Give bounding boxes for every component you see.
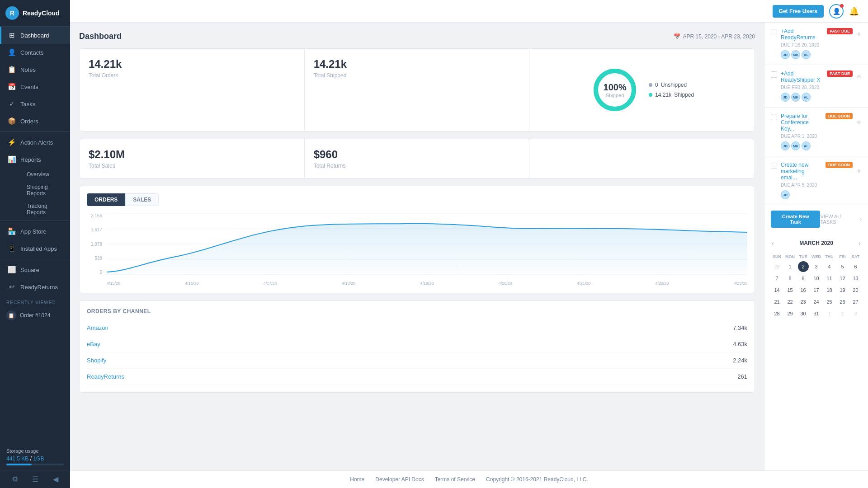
storage-bar-fill <box>6 464 32 465</box>
cal-day[interactable]: 9 <box>798 273 809 284</box>
cal-day[interactable]: 1 <box>824 308 835 319</box>
app-logo[interactable]: R ReadyCloud <box>0 0 70 27</box>
cal-day[interactable]: 5 <box>837 261 848 272</box>
cal-day[interactable]: 26 <box>837 296 848 307</box>
sidebar-item-action-alerts[interactable]: ⚡ Action Alerts <box>0 134 70 151</box>
cal-day[interactable]: 28 <box>772 261 783 272</box>
sidebar-item-notes[interactable]: 📋 Notes <box>0 61 70 78</box>
cal-day[interactable]: 12 <box>837 273 848 284</box>
cal-day[interactable]: 10 <box>811 273 822 284</box>
task-1-eye-icon[interactable]: 👁 <box>856 31 862 38</box>
date-range-text: APR 15, 2020 - APR 23, 2020 <box>683 33 755 40</box>
chart-yaxis: 2,156 1,617 1,078 539 0 <box>87 213 105 275</box>
donut-chart: 100% Shipped <box>590 65 640 115</box>
cal-day[interactable]: 13 <box>850 273 861 284</box>
sidebar-item-label: Contacts <box>20 49 43 56</box>
tab-sales[interactable]: SALES <box>125 193 159 206</box>
avatar: AL <box>802 50 811 59</box>
unshipped-dot <box>649 83 652 87</box>
settings-icon[interactable]: ⚙ <box>12 475 18 483</box>
recent-item[interactable]: 📋 Order #1024 <box>6 309 64 322</box>
sidebar-bottom-icons: ⚙ ☰ ◀ <box>0 470 70 488</box>
calendar-prev-button[interactable]: ‹ <box>771 239 775 248</box>
task-4-checkbox[interactable] <box>771 163 777 169</box>
cal-day-today[interactable]: 2 <box>798 261 809 272</box>
task-3-checkbox[interactable] <box>771 114 777 120</box>
footer-dev-api-link[interactable]: Developer API Docs <box>375 476 424 483</box>
calendar-next-button[interactable]: › <box>858 239 862 248</box>
cal-day[interactable]: 19 <box>837 285 848 296</box>
sidebar-item-app-store[interactable]: 🏪 App Store <box>0 223 70 240</box>
cal-day[interactable]: 6 <box>850 261 861 272</box>
menu-icon[interactable]: ☰ <box>32 475 38 483</box>
sidebar-item-contacts[interactable]: 👤 Contacts <box>0 44 70 61</box>
cal-day[interactable]: 3 <box>811 261 822 272</box>
sidebar-item-orders[interactable]: 📦 Orders <box>0 113 70 130</box>
channel-name-shopify[interactable]: Shopify <box>87 357 106 364</box>
cal-day[interactable]: 22 <box>785 296 796 307</box>
cal-day[interactable]: 17 <box>811 285 822 296</box>
task-3-due: DUE APR 1, 2020 <box>781 134 862 139</box>
task-2-name[interactable]: +Add ReadyShipper X <box>781 70 823 83</box>
chart-area <box>107 213 747 275</box>
task-1-header: +Add ReadyReturns PAST DUE 👁 <box>771 28 862 41</box>
cal-day[interactable]: 27 <box>850 296 861 307</box>
task-3-name[interactable]: Prepare for Conference Key... <box>781 113 822 132</box>
cal-day[interactable]: 31 <box>811 308 822 319</box>
sidebar-item-tracking-reports[interactable]: Tracking Reports <box>19 200 70 219</box>
sidebar-item-square[interactable]: ⬜ Square <box>0 261 70 278</box>
sidebar-item-readyreturns[interactable]: ↩ ReadyReturns <box>0 278 70 296</box>
cal-day[interactable]: 24 <box>811 296 822 307</box>
cal-day[interactable]: 2 <box>837 308 848 319</box>
collapse-icon[interactable]: ◀ <box>53 475 58 483</box>
sidebar-item-events[interactable]: 📅 Events <box>0 78 70 95</box>
sidebar-item-reports[interactable]: 📊 Reports <box>0 151 70 168</box>
calendar-section: ‹ MARCH 2020 › SUN MON TUE WED THU FRI S… <box>764 233 868 324</box>
cal-day[interactable]: 28 <box>772 308 783 319</box>
cal-day[interactable]: 11 <box>824 273 835 284</box>
cal-day[interactable]: 25 <box>824 296 835 307</box>
channel-name-amazon[interactable]: Amazon <box>87 324 108 331</box>
get-free-users-button[interactable]: Get Free Users <box>773 5 824 18</box>
create-new-task-button[interactable]: Create New Task <box>771 211 820 228</box>
cal-day[interactable]: 15 <box>785 285 796 296</box>
user-menu-button[interactable]: 👤 <box>829 4 844 19</box>
footer-tos-link[interactable]: Terms of Service <box>435 476 475 483</box>
footer-home-link[interactable]: Home <box>350 476 364 483</box>
task-2-checkbox[interactable] <box>771 71 777 78</box>
task-3-eye-icon[interactable]: 👁 <box>856 119 862 126</box>
cal-day[interactable]: 30 <box>798 308 809 319</box>
cal-day[interactable]: 23 <box>798 296 809 307</box>
sidebar-item-overview[interactable]: Overview <box>19 168 70 181</box>
cal-day[interactable]: 21 <box>772 296 783 307</box>
task-1-name[interactable]: +Add ReadyReturns <box>781 28 823 41</box>
cal-day[interactable]: 4 <box>824 261 835 272</box>
cal-day[interactable]: 20 <box>850 285 861 296</box>
channel-name-ebay[interactable]: eBay <box>87 341 100 347</box>
day-header-thu: THU <box>823 253 835 260</box>
cal-day[interactable]: 7 <box>772 273 783 284</box>
cal-day[interactable]: 1 <box>785 261 796 272</box>
task-3-badge: DUE SOON <box>826 113 853 119</box>
cal-day[interactable]: 16 <box>798 285 809 296</box>
cal-day[interactable]: 29 <box>785 308 796 319</box>
task-2-eye-icon[interactable]: 👁 <box>856 74 862 80</box>
sidebar-item-installed-apps[interactable]: 📱 Installed Apps <box>0 240 70 257</box>
sidebar-item-tasks[interactable]: ✓ Tasks <box>0 95 70 113</box>
cal-day[interactable]: 8 <box>785 273 796 284</box>
channel-name-readyreturns[interactable]: ReadyReturns <box>87 373 124 380</box>
avatar: JD <box>781 190 790 199</box>
sidebar-item-dashboard[interactable]: ⊞ Dashboard <box>0 27 70 44</box>
cal-day[interactable]: 18 <box>824 285 835 296</box>
notification-bell-icon[interactable]: 🔔 <box>849 6 859 16</box>
task-1-checkbox[interactable] <box>771 29 777 35</box>
task-4-eye-icon[interactable]: 👁 <box>856 168 862 174</box>
sidebar-item-shipping-reports[interactable]: Shipping Reports <box>19 181 70 200</box>
view-all-tasks-link[interactable]: VIEW ALL TASKS › <box>820 214 862 225</box>
task-4-name[interactable]: Create new marketing emai... <box>781 162 822 181</box>
recent-item-icon: 📋 <box>6 310 16 320</box>
tab-orders[interactable]: ORDERS <box>87 193 125 206</box>
cal-day[interactable]: 14 <box>772 285 783 296</box>
cal-day[interactable]: 3 <box>850 308 861 319</box>
footer: Home Developer API Docs Terms of Service… <box>70 470 868 488</box>
